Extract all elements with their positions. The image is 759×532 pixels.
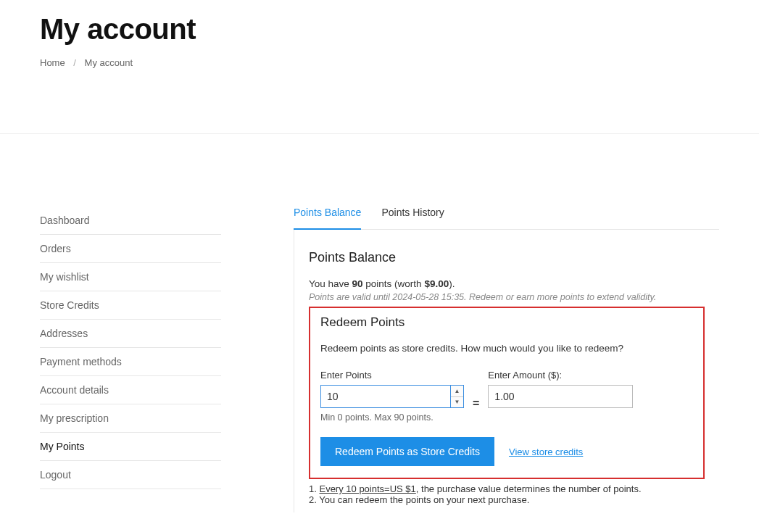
tabs: Points Balance Points History	[294, 207, 719, 230]
sidebar-item-addresses[interactable]: Addresses	[40, 320, 221, 348]
redeem-title: Redeem Points	[320, 315, 693, 330]
sidebar-item-dashboard[interactable]: Dashboard	[40, 207, 221, 235]
view-store-credits-link[interactable]: View store credits	[509, 446, 583, 457]
main-panel: Enter the points you want to redeem as s…	[294, 207, 719, 512]
enter-points-input[interactable]	[320, 385, 451, 408]
balance-summary: You have 90 points (worth $9.00).	[309, 278, 705, 289]
breadcrumb-current: My account	[85, 57, 133, 68]
sidebar-item-payment-methods[interactable]: Payment methods	[40, 348, 221, 376]
breadcrumb: Home / My account	[40, 57, 719, 68]
points-spinner: ▲ ▼	[451, 385, 464, 408]
account-sidebar: DashboardOrdersMy wishlistStore CreditsA…	[40, 207, 221, 512]
sidebar-item-store-credits[interactable]: Store Credits	[40, 291, 221, 320]
enter-amount-label: Enter Amount ($):	[488, 370, 633, 381]
redeem-desc: Redeem points as store credits. How much…	[320, 343, 693, 354]
panel-heading: Points Balance	[309, 250, 705, 265]
note-line-2: 2. You can redeem the points on your nex…	[309, 494, 705, 505]
sidebar-item-account-details[interactable]: Account details	[40, 376, 221, 404]
breadcrumb-sep: /	[73, 57, 76, 68]
redeem-button[interactable]: Redeem Points as Store Credits	[320, 437, 494, 466]
breadcrumb-home[interactable]: Home	[40, 57, 65, 68]
spinner-down-icon[interactable]: ▼	[451, 397, 463, 408]
sidebar-item-orders[interactable]: Orders	[40, 235, 221, 263]
header-divider	[0, 133, 759, 134]
page-title: My account	[40, 13, 719, 46]
spinner-up-icon[interactable]: ▲	[451, 386, 463, 397]
sidebar-item-my-wishlist[interactable]: My wishlist	[40, 263, 221, 291]
note-line-1: 1. Every 10 points=US $1, the purchase v…	[309, 483, 705, 494]
validity-text: Points are valid until 2024-05-28 15:35.…	[309, 292, 705, 302]
notes: 1. Every 10 points=US $1, the purchase v…	[309, 483, 705, 505]
redeem-box: Redeem Points Redeem points as store cre…	[309, 307, 705, 479]
sidebar-item-my-points[interactable]: My Points	[40, 433, 221, 461]
enter-amount-input[interactable]	[488, 385, 633, 408]
tab-points-balance[interactable]: Points Balance	[294, 207, 361, 230]
enter-points-label: Enter Points	[320, 370, 464, 381]
equals-sign: =	[473, 397, 479, 410]
sidebar-item-logout[interactable]: Logout	[40, 461, 221, 489]
tab-points-history[interactable]: Points History	[381, 207, 444, 229]
points-hint: Min 0 points. Max 90 points.	[320, 412, 464, 423]
sidebar-item-my-prescription[interactable]: My prescription	[40, 404, 221, 433]
